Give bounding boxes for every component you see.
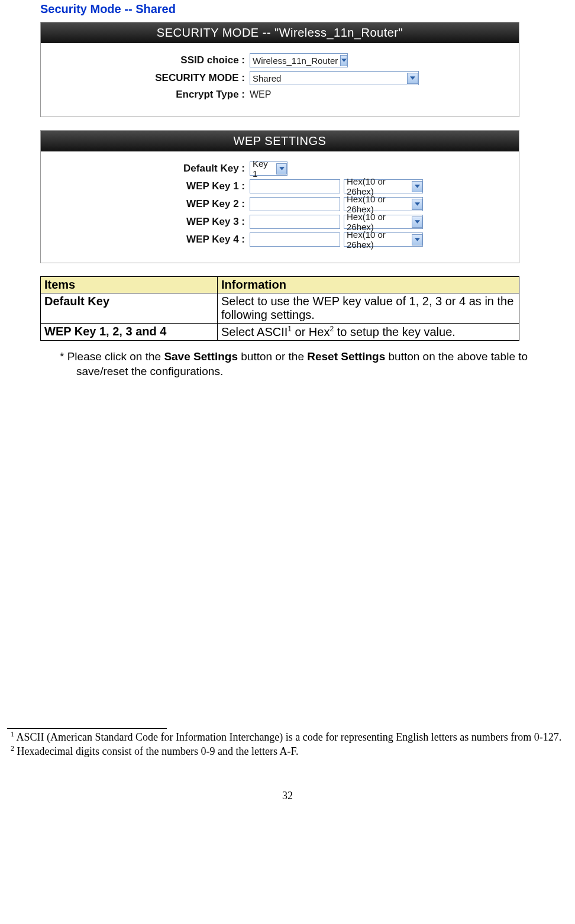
footnote-2: 2 Hexadecimal digits consist of the numb… (7, 744, 568, 758)
wep-key-3-label: WEP Key 3 : (41, 216, 250, 228)
wep-key-1-format-value: Hex(10 or 26hex) (347, 176, 409, 196)
encrypt-type-value: WEP (250, 89, 271, 100)
info-table: Items Information Default Key Select to … (40, 276, 519, 341)
footnote-1: 1 ASCII (American Standard Code for Info… (7, 730, 568, 744)
info-desc-wep-keys: Select ASCII1 or Hex2 to setup the key v… (218, 324, 519, 341)
save-reset-note: * Please click on the Save Settings butt… (60, 349, 535, 379)
chevron-down-icon (412, 234, 422, 245)
wep-key-2-input[interactable] (250, 197, 340, 211)
chevron-down-icon (412, 181, 422, 192)
wep-key-1-input[interactable] (250, 179, 340, 193)
info-desc-default-key: Select to use the WEP key value of 1, 2,… (218, 293, 519, 324)
page-number: 32 (4, 790, 571, 814)
chevron-down-icon (412, 217, 422, 228)
wep-key-4-format-value: Hex(10 or 26hex) (347, 230, 409, 250)
wep-key-4-format-select[interactable]: Hex(10 or 26hex) (344, 232, 423, 247)
wep-key-3-input[interactable] (250, 215, 340, 229)
security-mode-label: SECURITY MODE : (41, 72, 250, 84)
wep-key-1-format-select[interactable]: Hex(10 or 26hex) (344, 179, 423, 193)
wep-settings-panel: WEP SETTINGS Default Key : Key 1 WEP Key… (40, 130, 519, 263)
security-mode-header: SECURITY MODE -- "Wireless_11n_Router" (41, 22, 519, 43)
ssid-choice-label: SSID choice : (41, 54, 250, 66)
footnote-separator (7, 728, 167, 729)
security-mode-select[interactable]: Shared (250, 71, 419, 85)
wep-key-2-label: WEP Key 2 : (41, 198, 250, 210)
wep-key-2-format-select[interactable]: Hex(10 or 26hex) (344, 197, 423, 211)
ssid-choice-value: Wireless_11n_Router (253, 56, 338, 66)
table-row: Default Key Select to use the WEP key va… (41, 293, 519, 324)
default-key-select[interactable]: Key 1 (250, 161, 288, 176)
wep-settings-header: WEP SETTINGS (41, 131, 519, 151)
chevron-down-icon (340, 55, 347, 66)
default-key-label: Default Key : (41, 163, 250, 175)
wep-key-3-format-select[interactable]: Hex(10 or 26hex) (344, 215, 423, 229)
section-title: Security Mode -- Shared (40, 2, 571, 16)
ssid-choice-select[interactable]: Wireless_11n_Router (250, 53, 348, 67)
security-mode-panel: SECURITY MODE -- "Wireless_11n_Router" S… (40, 22, 519, 117)
info-table-header-items: Items (41, 277, 218, 293)
security-mode-value: Shared (253, 73, 281, 83)
table-row: WEP Key 1, 2, 3 and 4 Select ASCII1 or H… (41, 324, 519, 341)
chevron-down-icon (412, 199, 422, 210)
wep-key-4-label: WEP Key 4 : (41, 234, 250, 245)
wep-key-2-format-value: Hex(10 or 26hex) (347, 194, 409, 214)
info-table-header-info: Information (218, 277, 519, 293)
wep-key-1-label: WEP Key 1 : (41, 180, 250, 192)
info-item-wep-keys: WEP Key 1, 2, 3 and 4 (41, 324, 218, 341)
encrypt-type-label: Encrypt Type : (41, 89, 250, 101)
default-key-value: Key 1 (253, 159, 274, 179)
wep-key-4-input[interactable] (250, 232, 340, 247)
wep-key-3-format-value: Hex(10 or 26hex) (347, 212, 409, 232)
chevron-down-icon (407, 73, 418, 84)
info-item-default-key: Default Key (41, 293, 218, 324)
chevron-down-icon (276, 163, 287, 175)
